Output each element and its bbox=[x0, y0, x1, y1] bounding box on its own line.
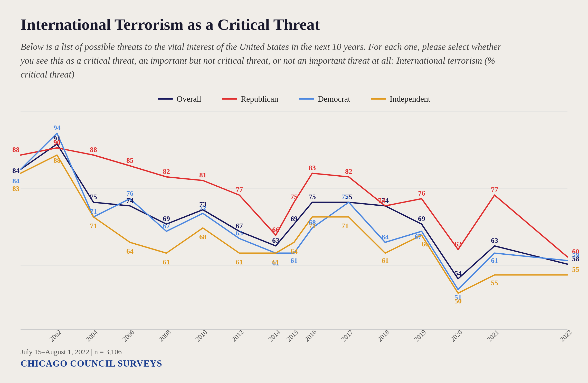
svg-text:61: 61 bbox=[491, 256, 498, 264]
svg-text:90: 90 bbox=[53, 138, 61, 146]
legend-line-republican bbox=[222, 98, 237, 100]
footer: July 15–August 1, 2022 | n = 3,106 Chica… bbox=[21, 348, 162, 369]
svg-text:61: 61 bbox=[290, 256, 298, 264]
svg-text:2014: 2014 bbox=[267, 329, 281, 343]
svg-text:67: 67 bbox=[163, 222, 170, 230]
svg-text:65: 65 bbox=[236, 229, 243, 237]
svg-text:2016: 2016 bbox=[303, 329, 318, 343]
svg-text:2004: 2004 bbox=[84, 329, 99, 343]
footer-date: July 15–August 1, 2022 | n = 3,106 bbox=[21, 348, 162, 356]
svg-text:77: 77 bbox=[491, 186, 498, 194]
svg-text:2010: 2010 bbox=[194, 329, 208, 343]
svg-text:81: 81 bbox=[199, 171, 206, 179]
line-republican bbox=[21, 148, 567, 257]
legend-line-independent bbox=[371, 98, 386, 100]
svg-text:2019: 2019 bbox=[413, 329, 427, 343]
svg-text:61: 61 bbox=[236, 258, 243, 266]
svg-text:82: 82 bbox=[163, 167, 170, 175]
svg-text:71: 71 bbox=[90, 222, 97, 230]
svg-text:2015: 2015 bbox=[285, 329, 300, 343]
svg-text:75: 75 bbox=[290, 193, 298, 201]
legend-label-democrat: Democrat bbox=[318, 94, 350, 104]
svg-text:83: 83 bbox=[309, 164, 316, 172]
legend-item-republican: Republican bbox=[222, 94, 278, 104]
svg-text:84: 84 bbox=[12, 167, 20, 175]
svg-text:88: 88 bbox=[90, 146, 97, 154]
legend-item-independent: Independent bbox=[371, 94, 430, 104]
svg-text:88: 88 bbox=[53, 156, 61, 164]
svg-text:69: 69 bbox=[290, 215, 298, 223]
svg-text:59: 59 bbox=[572, 251, 579, 259]
svg-text:76: 76 bbox=[418, 189, 425, 197]
svg-text:68: 68 bbox=[199, 233, 206, 241]
legend-label-republican: Republican bbox=[241, 94, 278, 104]
svg-text:64: 64 bbox=[290, 247, 298, 255]
svg-text:94: 94 bbox=[53, 124, 61, 132]
svg-text:2021: 2021 bbox=[486, 329, 500, 343]
svg-text:54: 54 bbox=[454, 269, 462, 277]
svg-text:66: 66 bbox=[422, 240, 429, 248]
svg-text:2022: 2022 bbox=[558, 329, 573, 343]
svg-text:66: 66 bbox=[272, 226, 279, 234]
svg-text:2018: 2018 bbox=[376, 329, 391, 343]
svg-text:2020: 2020 bbox=[449, 329, 464, 343]
chart-area: 84 91 75 74 69 73 67 63 69 75 75 74 69 5… bbox=[21, 111, 567, 342]
chart-svg: 84 91 75 74 69 73 67 63 69 75 75 74 69 5… bbox=[21, 111, 567, 342]
svg-text:71: 71 bbox=[342, 222, 349, 230]
svg-text:67: 67 bbox=[236, 222, 243, 230]
svg-text:69: 69 bbox=[418, 215, 425, 223]
legend-item-overall: Overall bbox=[158, 94, 201, 104]
svg-text:74: 74 bbox=[378, 196, 385, 204]
legend-item-democrat: Democrat bbox=[299, 94, 350, 104]
svg-text:75: 75 bbox=[342, 193, 349, 201]
main-container: International Terrorism as a Critical Th… bbox=[0, 0, 588, 383]
svg-text:62: 62 bbox=[454, 240, 462, 248]
svg-text:72: 72 bbox=[199, 204, 206, 212]
legend-line-overall bbox=[158, 98, 173, 100]
svg-text:2008: 2008 bbox=[157, 329, 172, 343]
legend-label-independent: Independent bbox=[390, 94, 430, 104]
legend-label-overall: Overall bbox=[177, 94, 201, 104]
svg-text:77: 77 bbox=[236, 186, 243, 194]
svg-text:67: 67 bbox=[414, 233, 422, 241]
svg-text:75: 75 bbox=[90, 193, 97, 201]
footer-org: Chicago Council Surveys bbox=[21, 358, 162, 369]
chart-subtitle: Below is a list of possible threats to t… bbox=[21, 40, 508, 81]
svg-text:85: 85 bbox=[126, 156, 134, 164]
legend-line-democrat bbox=[299, 98, 314, 100]
svg-text:63: 63 bbox=[491, 236, 498, 244]
svg-text:83: 83 bbox=[12, 185, 20, 193]
svg-text:88: 88 bbox=[12, 146, 20, 154]
svg-text:63: 63 bbox=[272, 236, 279, 244]
svg-text:2006: 2006 bbox=[121, 329, 136, 343]
svg-text:2012: 2012 bbox=[230, 329, 245, 343]
svg-text:74: 74 bbox=[126, 196, 134, 204]
svg-text:2002: 2002 bbox=[48, 329, 63, 343]
svg-text:55: 55 bbox=[491, 279, 498, 287]
svg-text:71: 71 bbox=[309, 222, 316, 230]
svg-text:61: 61 bbox=[163, 258, 170, 266]
svg-text:50: 50 bbox=[454, 297, 462, 305]
svg-text:84: 84 bbox=[12, 177, 20, 185]
svg-text:2017: 2017 bbox=[340, 329, 354, 343]
svg-text:71: 71 bbox=[90, 207, 97, 215]
chart-title: International Terrorism as a Critical Th… bbox=[21, 15, 567, 34]
svg-text:55: 55 bbox=[572, 265, 579, 273]
svg-text:69: 69 bbox=[163, 215, 170, 223]
svg-text:75: 75 bbox=[309, 193, 316, 201]
svg-text:82: 82 bbox=[345, 167, 352, 175]
line-democrat bbox=[21, 133, 567, 290]
legend: Overall Republican Democrat Independent bbox=[21, 94, 567, 104]
svg-text:64: 64 bbox=[126, 247, 134, 255]
svg-text:64: 64 bbox=[382, 233, 389, 241]
svg-text:61: 61 bbox=[382, 256, 389, 264]
svg-text:76: 76 bbox=[126, 189, 134, 197]
svg-text:61: 61 bbox=[272, 258, 279, 266]
